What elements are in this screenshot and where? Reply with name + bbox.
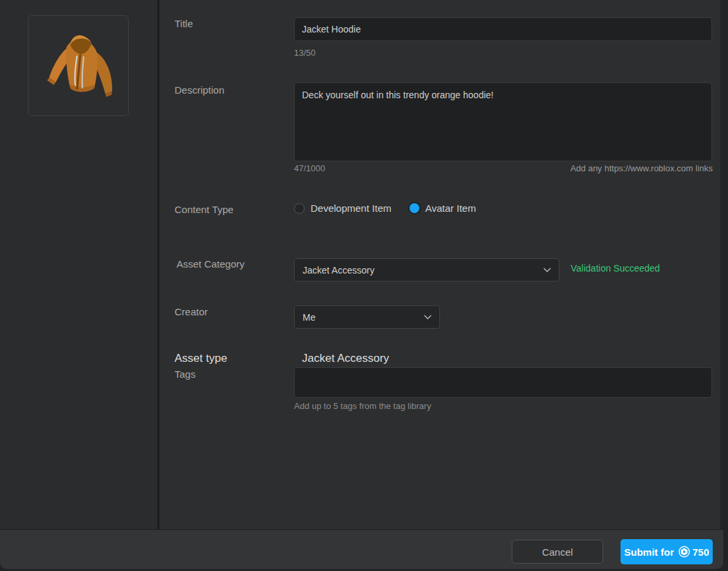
asset-category-label: Asset Category <box>177 258 245 270</box>
radio-development-item[interactable]: Development Item <box>294 203 392 214</box>
asset-thumbnail <box>28 15 129 116</box>
asset-form: Title 13/50 Description Deck yourself ou… <box>160 0 720 529</box>
robux-icon <box>678 546 690 558</box>
cancel-button[interactable]: Cancel <box>512 540 603 564</box>
title-input[interactable] <box>294 17 712 41</box>
submit-price: 750 <box>692 546 709 558</box>
radio-development-item-label[interactable]: Development Item <box>311 203 392 214</box>
submit-button[interactable]: Submit for 750 <box>620 539 713 564</box>
chevron-down-icon <box>543 267 551 273</box>
tags-label: Tags <box>175 368 196 380</box>
description-links-hint: Add any https://www.roblox.com links <box>570 163 713 173</box>
tags-hint: Add up to 5 tags from the tag library <box>294 401 431 411</box>
dialog-body: Title 13/50 Description Deck yourself ou… <box>0 0 723 529</box>
creator-label: Creator <box>175 306 208 317</box>
creator-select[interactable]: Me <box>294 305 440 329</box>
creator-value: Me <box>303 312 315 323</box>
title-label: Title <box>175 18 193 29</box>
hoodie-image <box>32 19 125 112</box>
submit-button-label: Submit for <box>624 546 674 558</box>
cancel-button-label: Cancel <box>542 546 573 558</box>
content-type-label: Content Type <box>175 204 234 215</box>
asset-category-select[interactable]: Jacket Accessory <box>294 258 559 282</box>
validation-status: Validation Succeeded <box>571 263 660 274</box>
asset-config-dialog: Title 13/50 Description Deck yourself ou… <box>0 0 723 569</box>
asset-type-label: Asset type <box>175 352 227 365</box>
description-input[interactable]: Deck yourself out in this trendy orange … <box>294 82 712 161</box>
preview-sidebar <box>0 0 159 529</box>
radio-unselected-icon[interactable] <box>294 203 305 214</box>
dialog-footer: Cancel Submit for 750 <box>0 529 723 569</box>
content-type-radio-group: Development Item Avatar Item <box>294 203 476 214</box>
asset-category-value: Jacket Accessory <box>303 265 374 276</box>
radio-avatar-item-label[interactable]: Avatar Item <box>425 203 476 214</box>
title-char-counter: 13/50 <box>294 48 316 58</box>
chevron-down-icon <box>423 314 432 320</box>
right-gutter <box>720 0 723 529</box>
description-char-counter: 47/1000 <box>294 163 325 173</box>
asset-type-value: Jacket Accessory <box>302 352 389 365</box>
radio-avatar-item[interactable]: Avatar Item <box>409 203 476 214</box>
tags-input[interactable] <box>294 367 712 398</box>
radio-selected-icon[interactable] <box>409 203 419 213</box>
description-label: Description <box>175 84 224 96</box>
